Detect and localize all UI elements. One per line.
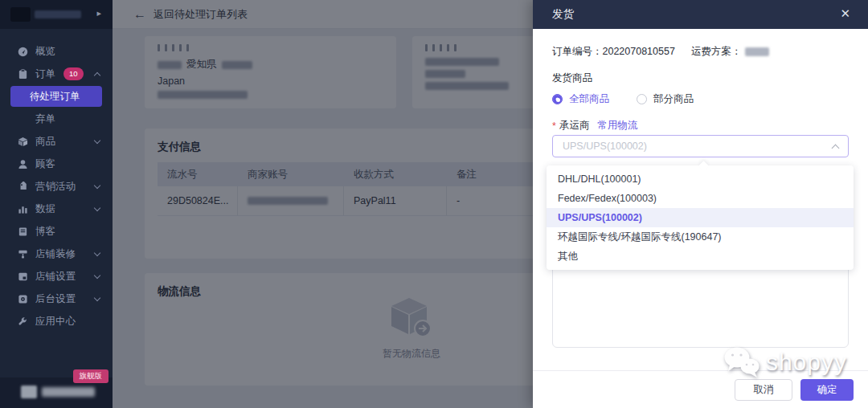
avatar <box>21 386 37 398</box>
sidebar-item-label: 店铺设置 <box>35 270 76 284</box>
sidebar-item-backend-settings[interactable]: 后台设置 <box>0 288 113 310</box>
sidebar-item-label: 弃单 <box>35 112 55 126</box>
close-icon[interactable]: ✕ <box>840 6 850 21</box>
chevron-down-icon <box>94 182 100 189</box>
carrier-label: 承运商 <box>559 119 590 133</box>
chevron-down-icon <box>94 250 100 256</box>
orders-count-badge: 10 <box>63 67 84 80</box>
dropdown-option-other[interactable]: 其他 <box>547 247 854 266</box>
required-mark: * <box>552 120 556 132</box>
store-settings-icon <box>18 271 28 282</box>
modal-header: 发货 ✕ <box>533 0 868 29</box>
modal-footer: 取消 确定 <box>533 370 868 408</box>
sidebar-item-overview[interactable]: 概览 <box>0 40 113 63</box>
redacted-store-name <box>35 10 81 18</box>
order-number-row: 订单编号：2022070810557 <box>552 45 675 59</box>
redacted-text <box>745 47 769 56</box>
confirm-button[interactable]: 确定 <box>800 379 854 401</box>
chevron-down-icon <box>94 295 100 301</box>
carrier-select[interactable]: UPS/UPS(100002) <box>552 135 849 157</box>
sidebar-item-store-design[interactable]: 店铺装修 <box>0 243 113 265</box>
carrier-dropdown: DHL/DHL(100001) Fedex/Fedex(100003) UPS/… <box>547 165 854 270</box>
dropdown-option-huanyue[interactable]: 环越国际专线/环越国际专线(190647) <box>547 227 854 247</box>
backend-settings-gear-icon <box>18 294 28 304</box>
sidebar-item-customers[interactable]: 顾客 <box>0 153 113 175</box>
sidebar-item-label: 概览 <box>35 45 55 59</box>
product-scope-radios: 全部商品 部分商品 <box>552 92 694 106</box>
redacted-account-name <box>42 387 95 397</box>
sidebar-item-label: 应用中心 <box>35 315 76 328</box>
sidebar-item-store-settings[interactable]: 店铺设置 <box>0 265 113 288</box>
sidebar-item-label: 顾客 <box>35 157 55 171</box>
sidebar-item-marketing[interactable]: 营销活动 <box>0 175 113 198</box>
sidebar-item-label: 后台设置 <box>35 292 76 306</box>
sidebar-item-pending-orders[interactable]: 待处理订单 <box>10 86 102 107</box>
radio-partial-label[interactable]: 部分商品 <box>653 92 694 106</box>
sidebar-header: ▸ <box>0 0 113 29</box>
sidebar-item-label: 数据 <box>35 202 55 216</box>
order-number-label: 订单编号： <box>552 46 603 57</box>
app-center-wrench-icon <box>18 316 28 327</box>
sidebar-item-products[interactable]: 商品 <box>0 130 113 153</box>
customers-icon <box>18 159 28 169</box>
modal-title: 发货 <box>552 7 574 22</box>
carrier-select-value: UPS/UPS(100002) <box>563 141 833 152</box>
dropdown-option-ups[interactable]: UPS/UPS(100002) <box>547 208 854 227</box>
freight-plan-row: 运费方案： <box>691 45 769 59</box>
dropdown-option-fedex[interactable]: Fedex/Fedex(100003) <box>547 189 854 208</box>
freight-plan-label: 运费方案： <box>691 45 742 59</box>
overview-icon <box>18 47 28 57</box>
orders-icon <box>18 69 28 80</box>
radio-partial-products[interactable] <box>637 94 647 104</box>
sidebar-item-label: 商品 <box>35 135 55 149</box>
sidebar-account-bar[interactable]: 旗舰版 <box>0 377 113 408</box>
cancel-button[interactable]: 取消 <box>735 379 792 401</box>
sidebar: ▸ 概览 订单 10 待处理订单 弃单 商品 <box>0 0 113 408</box>
sidebar-item-orders[interactable]: 订单 10 <box>0 63 113 85</box>
edition-badge: 旗舰版 <box>73 369 109 383</box>
data-chart-icon <box>18 204 28 214</box>
sidebar-item-data[interactable]: 数据 <box>0 198 113 220</box>
sidebar-item-blog[interactable]: 博客 <box>0 220 113 243</box>
marketing-tag-icon <box>18 182 28 192</box>
sidebar-menu: 概览 订单 10 待处理订单 弃单 商品 顾客 <box>0 40 113 333</box>
order-number-value: 2022070810557 <box>603 46 675 57</box>
sidebar-item-label: 博客 <box>35 225 55 239</box>
sidebar-item-label: 营销活动 <box>35 180 76 194</box>
sidebar-item-label: 订单 <box>35 67 55 81</box>
products-icon <box>18 137 28 147</box>
blog-icon <box>18 226 28 237</box>
chevron-up-icon <box>832 144 840 152</box>
ship-products-section-label: 发货商品 <box>552 71 592 85</box>
sidebar-item-app-center[interactable]: 应用中心 <box>0 310 113 333</box>
ship-modal: 发货 ✕ 订单编号：2022070810557 运费方案： 发货商品 全部商品 … <box>533 0 868 408</box>
chevron-up-icon <box>94 72 100 79</box>
store-logo <box>10 7 31 22</box>
common-logistics-link[interactable]: 常用物流 <box>597 119 637 133</box>
sidebar-item-label: 待处理订单 <box>30 90 80 104</box>
sidebar-item-label: 店铺装修 <box>35 247 76 261</box>
chevron-down-icon <box>94 205 100 211</box>
sidebar-collapse-icon[interactable]: ▸ <box>96 8 101 18</box>
chevron-down-icon <box>94 137 100 144</box>
dropdown-option-dhl[interactable]: DHL/DHL(100001) <box>547 169 854 189</box>
radio-all-label[interactable]: 全部商品 <box>569 92 609 106</box>
store-design-icon <box>18 249 28 259</box>
sidebar-item-abandoned-orders[interactable]: 弃单 <box>0 108 113 130</box>
app-screen: ▸ 概览 订单 10 待处理订单 弃单 商品 <box>0 0 868 408</box>
chevron-down-icon <box>94 272 100 279</box>
radio-all-products[interactable] <box>552 94 563 104</box>
carrier-field-row: * 承运商 常用物流 <box>552 119 637 133</box>
